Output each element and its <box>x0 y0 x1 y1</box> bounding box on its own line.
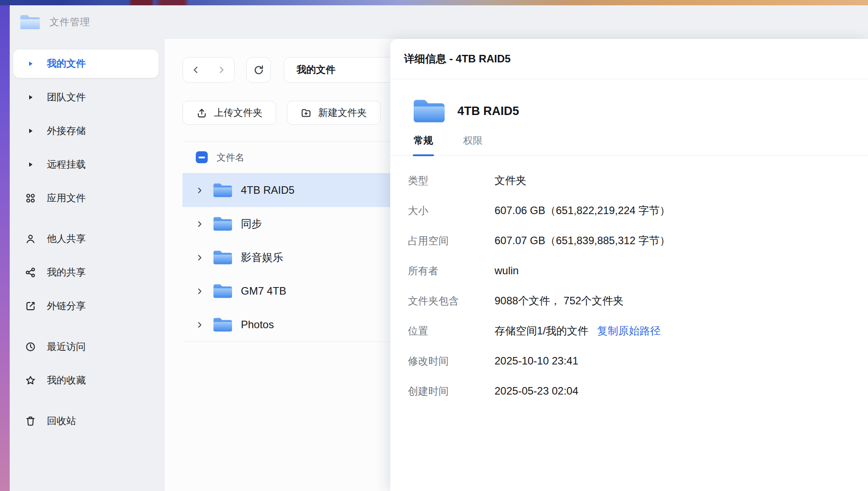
tab-permissions[interactable]: 权限 <box>463 134 483 155</box>
expand-chevron-icon[interactable] <box>193 320 206 330</box>
field-value: 2025-05-23 02:04 <box>495 385 579 397</box>
action-toolbar: 上传文件夹 新建文件夹 <box>183 101 381 125</box>
trash-icon <box>24 415 37 427</box>
detail-file-summary: 4TB RAID5 <box>390 97 868 125</box>
sidebar-item-label: 团队文件 <box>47 91 86 104</box>
field-value: 存储空间1/我的文件 <box>495 324 588 338</box>
sidebar-item-label: 外链分享 <box>47 299 86 313</box>
desktop-wallpaper-top <box>0 0 868 5</box>
back-button[interactable] <box>183 58 209 82</box>
field-label: 类型 <box>408 174 495 188</box>
person-icon <box>24 233 37 245</box>
field-value: 文件夹 <box>495 173 526 188</box>
folder-icon <box>213 316 233 333</box>
folder-icon <box>213 215 233 232</box>
field-value: 607.07 GB（651,839,885,312 字节） <box>495 234 670 248</box>
detail-panel-header: 详细信息 - 4TB RAID5 <box>390 39 868 79</box>
sidebar-item-label: 回收站 <box>47 414 76 428</box>
app-grid-icon <box>24 192 37 204</box>
field-label: 大小 <box>408 204 495 218</box>
sidebar-item-label: 我的收藏 <box>47 374 86 387</box>
chevron-left-icon <box>190 65 201 75</box>
app-header: 文件管理 <box>10 5 868 39</box>
field-value: wulin <box>495 265 519 277</box>
sidebar-item-remote-mount[interactable]: 远程挂载 <box>13 150 159 179</box>
upload-folder-label: 上传文件夹 <box>214 106 263 119</box>
folder-plus-icon <box>301 107 312 119</box>
sidebar-item-label: 我的共享 <box>47 266 86 279</box>
tab-general[interactable]: 常规 <box>414 134 433 155</box>
field-label: 位置 <box>408 324 495 338</box>
sidebar-item-label: 外接存储 <box>47 124 86 138</box>
sidebar-item-my-files[interactable]: 我的文件 <box>13 50 159 78</box>
sidebar-item-app-files[interactable]: 应用文件 <box>13 184 159 212</box>
triangle-icon <box>24 93 37 101</box>
sidebar-item-label: 应用文件 <box>47 192 86 205</box>
forward-button[interactable] <box>209 58 234 82</box>
sidebar-item-label: 远程挂载 <box>47 158 86 171</box>
tab-label: 常规 <box>414 135 433 146</box>
file-name: 4TB RAID5 <box>241 184 294 196</box>
sidebar-item-my-shares[interactable]: 我的共享 <box>13 258 159 287</box>
field-label: 创建时间 <box>408 384 495 398</box>
field-label: 修改时间 <box>408 354 495 368</box>
sidebar-item-shared-by-others[interactable]: 他人共享 <box>13 225 159 253</box>
field-value: 607.06 GB（651,822,219,224 字节） <box>495 203 670 218</box>
detail-field-row: 大小607.06 GB（651,822,219,224 字节） <box>408 196 850 226</box>
sidebar-item-favorites[interactable]: 我的收藏 <box>13 366 159 395</box>
indeterminate-minus <box>198 157 205 158</box>
detail-panel-title: 详细信息 - 4TB RAID5 <box>404 52 510 66</box>
detail-fields: 类型文件夹大小607.06 GB（651,822,219,224 字节）占用空间… <box>390 156 868 406</box>
triangle-icon <box>24 161 37 169</box>
copy-original-path-link[interactable]: 复制原始路径 <box>597 324 661 338</box>
file-name: GM7 4TB <box>241 285 286 297</box>
detail-file-name: 4TB RAID5 <box>457 104 519 118</box>
field-label: 所有者 <box>408 264 495 278</box>
sidebar-item-label: 我的文件 <box>47 57 86 70</box>
clock-icon <box>24 341 37 353</box>
sidebar-item-external-link-share[interactable]: 外链分享 <box>13 292 159 320</box>
sidebar-item-external-storage[interactable]: 外接存储 <box>13 117 159 145</box>
select-all-checkbox[interactable] <box>196 151 208 163</box>
triangle-icon <box>24 127 37 135</box>
sidebar-item-recent[interactable]: 最近访问 <box>13 333 159 361</box>
detail-field-row: 文件夹包含9088个文件， 752个文件夹 <box>408 286 850 316</box>
sidebar-item-team-files[interactable]: 团队文件 <box>13 83 159 111</box>
chevron-right-icon <box>216 65 227 75</box>
detail-field-row: 修改时间2025-10-10 23:41 <box>408 346 850 376</box>
file-name: Photos <box>241 318 274 331</box>
detail-field-row: 类型文件夹 <box>408 165 850 196</box>
history-nav-group <box>183 57 235 83</box>
expand-chevron-icon[interactable] <box>193 287 206 296</box>
detail-field-row: 占用空间607.07 GB（651,839,885,312 字节） <box>408 226 850 256</box>
file-name: 同步 <box>241 217 262 231</box>
file-manager-window: 文件管理 我的文件团队文件外接存储远程挂载应用文件他人共享我的共享外链分享最近访… <box>10 5 868 491</box>
refresh-icon <box>253 64 265 76</box>
new-folder-button[interactable]: 新建文件夹 <box>287 101 381 125</box>
detail-field-row: 创建时间2025-05-23 02:04 <box>408 376 850 406</box>
sidebar-item-recycle-bin[interactable]: 回收站 <box>13 407 159 435</box>
refresh-button[interactable] <box>246 57 271 83</box>
external-link-icon <box>24 300 37 312</box>
sidebar: 我的文件团队文件外接存储远程挂载应用文件他人共享我的共享外链分享最近访问我的收藏… <box>10 39 164 491</box>
app-folder-icon <box>19 13 41 31</box>
detail-panel: 详细信息 - 4TB RAID5 4TB RAID5 常规权限 类型文件夹大小6… <box>390 39 868 491</box>
expand-chevron-icon[interactable] <box>193 186 206 195</box>
field-value: 9088个文件， 752个文件夹 <box>495 294 624 308</box>
triangle-icon <box>24 60 37 68</box>
field-value: 2025-10-10 23:41 <box>495 355 579 367</box>
share-nodes-icon <box>24 267 37 278</box>
detail-tabs: 常规权限 <box>390 134 868 156</box>
breadcrumb-current: 我的文件 <box>297 63 335 77</box>
expand-chevron-icon[interactable] <box>193 219 206 229</box>
detail-field-row: 位置存储空间1/我的文件复制原始路径 <box>408 316 850 346</box>
expand-chevron-icon[interactable] <box>193 253 206 262</box>
sidebar-group: 最近访问我的收藏 <box>13 333 159 395</box>
star-icon <box>24 375 37 386</box>
folder-icon <box>213 283 233 299</box>
sidebar-group: 他人共享我的共享外链分享 <box>13 225 159 320</box>
desktop-wallpaper-left <box>0 5 10 491</box>
file-name: 影音娱乐 <box>241 250 283 265</box>
app-title: 文件管理 <box>49 15 90 29</box>
upload-folder-button[interactable]: 上传文件夹 <box>183 101 276 125</box>
